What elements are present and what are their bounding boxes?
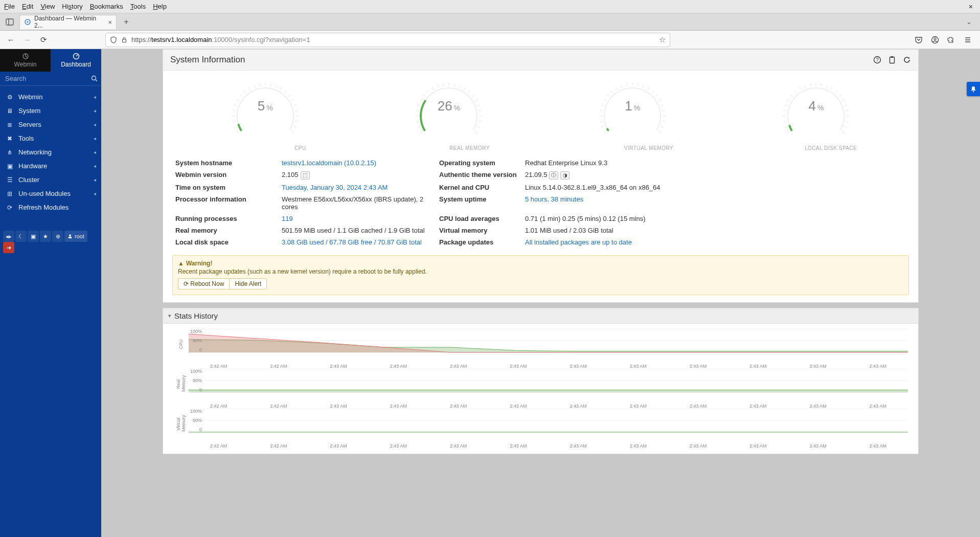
menu-tools[interactable]: Tools bbox=[130, 3, 146, 10]
user-button[interactable]: root bbox=[64, 231, 87, 242]
tabs-overflow-icon[interactable]: ⌄ bbox=[966, 18, 977, 26]
svg-line-96 bbox=[787, 131, 790, 133]
info-label: System uptime bbox=[439, 195, 521, 211]
sidebar-item-networking[interactable]: ⋔Networking◂ bbox=[0, 145, 101, 159]
terminal-icon[interactable]: ▣ bbox=[28, 231, 39, 242]
nav-icon: ✖ bbox=[6, 135, 13, 142]
sidebar-item-un-used-modules[interactable]: ⊞Un-used Modules◂ bbox=[0, 187, 101, 200]
menu-edit[interactable]: Edit bbox=[22, 3, 33, 10]
svg-line-56 bbox=[438, 85, 439, 88]
gauge-cpu[interactable]: 5%CPU bbox=[214, 78, 316, 151]
lock-icon[interactable] bbox=[121, 37, 127, 43]
sidebar-tab-dashboard[interactable]: Dashboard bbox=[51, 49, 101, 72]
info-value[interactable]: testsrv1.localdomain (10.0.2.15) bbox=[282, 159, 435, 167]
notification-bell-icon[interactable] bbox=[967, 82, 980, 96]
nav-icon: 🖥 bbox=[6, 107, 13, 115]
alert-title: Warning! bbox=[186, 260, 213, 267]
sidebar-item-webmin[interactable]: ⚙Webmin◂ bbox=[0, 90, 101, 104]
sidebar-item-system[interactable]: 🖥System◂ bbox=[0, 104, 101, 118]
shield-icon[interactable] bbox=[110, 36, 117, 43]
percent-icon: % bbox=[266, 104, 272, 112]
svg-line-93 bbox=[662, 121, 665, 122]
info-value[interactable]: All installed packages are up to date bbox=[525, 238, 689, 246]
chart-axis-label: Real Memory bbox=[176, 376, 186, 392]
svg-line-31 bbox=[254, 85, 255, 88]
reboot-now-button[interactable]: ⟳ Reboot Now bbox=[178, 278, 229, 289]
theme-info-icon[interactable]: ⓘ bbox=[549, 171, 558, 180]
menu-bookmarks[interactable]: Bookmarks bbox=[90, 3, 123, 10]
sidebar-item-label: Networking bbox=[18, 148, 52, 156]
webmin-sidebar: Webmin Dashboard ⚙Webmin◂🖥System◂≣Server… bbox=[0, 49, 101, 537]
hide-alert-button[interactable]: Hide Alert bbox=[229, 278, 267, 289]
gauge-local-disk-space[interactable]: 4%LOCAL DISK SPACE bbox=[765, 78, 867, 151]
app-menu-icon[interactable] bbox=[964, 36, 975, 44]
svg-line-106 bbox=[805, 85, 806, 88]
clipboard-icon[interactable] bbox=[888, 56, 896, 64]
menu-history[interactable]: History bbox=[62, 3, 82, 10]
gauge-virtual-memory[interactable]: 1%VIRTUAL MEMORY bbox=[581, 78, 683, 151]
svg-line-79 bbox=[611, 91, 613, 93]
nav-reload-icon[interactable]: ⟳ bbox=[38, 35, 49, 44]
tab-close-icon[interactable]: × bbox=[108, 18, 112, 26]
sidebar-bottom-toolbar: ◂▸ ☾ ▣ ★ ⊕ root ➜ bbox=[0, 229, 101, 255]
menu-view[interactable]: View bbox=[40, 3, 55, 10]
stats-history-header[interactable]: ▾ Stats History bbox=[163, 308, 919, 324]
new-tab-button[interactable]: + bbox=[120, 15, 133, 29]
update-badge-icon[interactable]: ⬚ bbox=[301, 171, 310, 180]
refresh-icon[interactable] bbox=[903, 56, 911, 64]
gauge-real-memory[interactable]: 26%REAL MEMORY bbox=[398, 78, 500, 151]
info-value: Westmere E56xx/L56xx/X56xx (IBRS update)… bbox=[282, 195, 435, 211]
account-icon[interactable] bbox=[931, 36, 942, 44]
sidebar-toggle-icon[interactable] bbox=[3, 15, 16, 29]
search-input[interactable] bbox=[5, 75, 91, 82]
info-value[interactable]: 3.08 GiB used / 67.78 GiB free / 70.87 G… bbox=[282, 238, 435, 246]
alert-text: Recent package updates (such as a new ke… bbox=[178, 268, 903, 275]
browser-tab[interactable]: Dashboard — Webmin 2... × bbox=[19, 15, 117, 29]
chart-xtick: 2:43 AM bbox=[788, 404, 848, 409]
theme-palette-icon[interactable]: ◑ bbox=[560, 171, 569, 180]
window-close-icon[interactable]: × bbox=[966, 3, 976, 11]
sidebar-item-hardware[interactable]: ▣Hardware◂ bbox=[0, 159, 101, 173]
search-icon[interactable] bbox=[91, 75, 98, 82]
chart-xtick: 2:43 AM bbox=[488, 404, 548, 409]
chevron-left-icon: ◂ bbox=[94, 149, 96, 155]
info-label: Local disk space bbox=[175, 238, 278, 246]
nav-back-icon[interactable]: ← bbox=[5, 35, 16, 44]
info-value[interactable]: 5 hours, 38 minutes bbox=[525, 195, 689, 211]
chart-xaxis: 2:42 AM2:42 AM2:43 AM2:43 AM2:43 AM2:43 … bbox=[173, 402, 908, 409]
info-value: 501.59 MiB used / 1.1 GiB cached / 1.9 G… bbox=[282, 227, 435, 234]
chart-axis-label: CPU bbox=[178, 337, 184, 352]
sidebar-item-refresh-modules[interactable]: ⟳Refresh Modules bbox=[0, 200, 101, 214]
svg-line-37 bbox=[285, 91, 287, 93]
url-input[interactable]: https://testsrv1.localdomain:10000/sysin… bbox=[105, 33, 670, 47]
chart-xtick: 2:43 AM bbox=[549, 364, 608, 369]
chart-xtick: 2:42 AM bbox=[189, 364, 248, 369]
menu-file[interactable]: File bbox=[4, 3, 15, 10]
nav-icon: ⚙ bbox=[6, 94, 13, 101]
info-value[interactable]: 119 bbox=[282, 215, 435, 222]
sidebar-tab-webmin[interactable]: Webmin bbox=[0, 49, 51, 72]
svg-rect-20 bbox=[891, 56, 893, 58]
svg-line-119 bbox=[845, 126, 848, 127]
pocket-icon[interactable] bbox=[915, 36, 926, 44]
sidebar-item-servers[interactable]: ≣Servers◂ bbox=[0, 118, 101, 131]
chart-ytick: 50% bbox=[187, 418, 202, 423]
sidebar-item-cluster[interactable]: ☰Cluster◂ bbox=[0, 173, 101, 187]
language-icon[interactable]: ⊕ bbox=[52, 231, 63, 242]
sidebar-tab-dashboard-label: Dashboard bbox=[61, 61, 91, 68]
info-value[interactable]: Tuesday, January 30, 2024 2:43 AM bbox=[282, 184, 435, 191]
extensions-icon[interactable] bbox=[947, 36, 959, 44]
svg-line-60 bbox=[459, 85, 460, 88]
collapse-sidebar-icon[interactable]: ◂▸ bbox=[3, 231, 14, 242]
favorites-icon[interactable]: ★ bbox=[40, 231, 51, 242]
chart-xtick: 2:42 AM bbox=[248, 443, 308, 449]
bookmark-star-icon[interactable]: ☆ bbox=[659, 35, 666, 44]
night-mode-icon[interactable]: ☾ bbox=[15, 231, 27, 242]
help-icon[interactable]: ? bbox=[873, 56, 881, 64]
svg-line-98 bbox=[783, 121, 786, 122]
menu-help[interactable]: Help bbox=[153, 3, 167, 10]
sidebar-item-tools[interactable]: ✖Tools◂ bbox=[0, 131, 101, 145]
gauge-label: REAL MEMORY bbox=[449, 145, 490, 151]
svg-line-112 bbox=[835, 91, 837, 93]
logout-icon[interactable]: ➜ bbox=[3, 242, 14, 253]
